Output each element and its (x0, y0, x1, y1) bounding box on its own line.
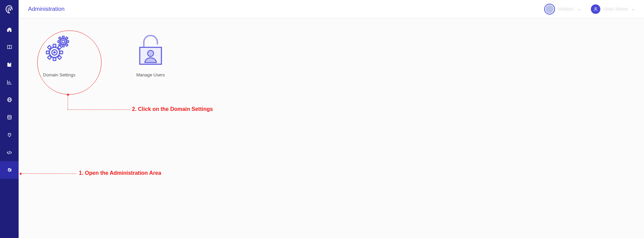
gears-icon (41, 30, 78, 68)
svg-line-15 (9, 151, 10, 154)
annotation-connector (68, 95, 68, 110)
svg-rect-26 (65, 37, 68, 40)
page-title: Administration (28, 6, 65, 13)
annotation-step2: 2. Click on the Domain Settings (132, 106, 213, 112)
header: Administration Hidden ⌄ User Name ⌄ (19, 0, 644, 18)
card-domain-settings[interactable]: Domain Settings (32, 30, 86, 77)
content-area: Domain Settings Manage Users 2. Click on… (19, 18, 644, 238)
svg-point-16 (595, 7, 596, 9)
svg-rect-20 (62, 45, 64, 47)
user-label: User Name (604, 6, 628, 11)
svg-rect-23 (59, 37, 61, 40)
sidebar-item-layout[interactable] (0, 38, 19, 56)
card-manage-users[interactable]: Manage Users (124, 30, 178, 77)
sidebar-item-plug[interactable] (0, 126, 19, 144)
sidebar-item-chart[interactable] (0, 73, 19, 91)
main-area: Administration Hidden ⌄ User Name ⌄ (19, 0, 644, 238)
sidebar-item-puzzle[interactable] (0, 56, 19, 73)
svg-rect-21 (58, 41, 60, 43)
lock-user-icon (132, 30, 169, 68)
annotation-connector (68, 110, 130, 110)
svg-point-11 (7, 115, 11, 117)
svg-rect-30 (53, 44, 56, 47)
annotation-connector (21, 173, 76, 174)
tenant-switcher[interactable]: Hidden ⌄ (544, 4, 581, 15)
svg-point-29 (53, 51, 56, 54)
tenant-label: Hidden (558, 6, 574, 11)
card-label: Manage Users (136, 72, 165, 77)
sidebar-item-settings[interactable] (0, 161, 19, 179)
sidebar-item-code[interactable] (0, 144, 19, 161)
sidebar-item-globe[interactable] (0, 91, 19, 109)
user-avatar-icon (591, 4, 600, 14)
svg-point-0 (9, 9, 11, 10)
chevron-down-icon: ⌄ (578, 7, 581, 11)
sidebar-item-database[interactable] (0, 109, 19, 126)
svg-rect-19 (62, 36, 64, 38)
svg-rect-22 (67, 41, 69, 43)
tenant-avatar-icon (544, 4, 555, 15)
chevron-down-icon: ⌄ (631, 7, 635, 11)
sidebar (0, 0, 19, 238)
app-logo[interactable] (0, 0, 19, 19)
user-menu[interactable]: User Name ⌄ (591, 4, 635, 14)
annotation-step1: 1. Open the Administration Area (79, 170, 161, 176)
svg-point-18 (62, 40, 65, 43)
svg-rect-33 (60, 51, 63, 54)
card-label: Domain Settings (43, 72, 75, 77)
sidebar-item-home[interactable] (0, 21, 19, 38)
svg-rect-31 (53, 58, 56, 61)
svg-rect-24 (65, 44, 68, 46)
svg-point-39 (148, 50, 154, 56)
svg-rect-32 (46, 51, 49, 54)
